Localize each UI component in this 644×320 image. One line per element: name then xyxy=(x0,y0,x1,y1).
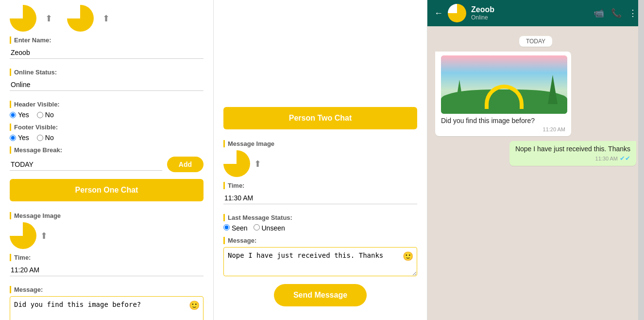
wa-phone-icon[interactable]: 📞 xyxy=(611,8,622,18)
header-no-text: No xyxy=(45,111,54,119)
msg-image-upload-icon-left[interactable]: ⬆ xyxy=(40,231,48,241)
middle-panel: Person Two Chat Message Image ⬆ Time: La… xyxy=(214,0,427,320)
last-msg-status-label: Last Message Status: xyxy=(223,214,417,221)
msg-image-upload-right: ⬆ xyxy=(223,150,417,177)
upload-icon-right[interactable]: ⬆ xyxy=(102,13,110,24)
time-input-right[interactable] xyxy=(223,192,417,204)
wa-date-badge: TODAY xyxy=(519,36,552,47)
seen-radio[interactable] xyxy=(223,224,230,231)
wa-more-icon[interactable]: ⋮ xyxy=(628,8,637,18)
footer-visible-radios: Yes No xyxy=(10,134,203,142)
message-break-label: Message Break: xyxy=(10,146,203,154)
scroll-indicator[interactable] xyxy=(638,0,644,320)
left-panel: ⬆ ⬆ Enter Name: Online Status: Header Vi… xyxy=(0,0,214,320)
footer-no-radio[interactable] xyxy=(37,135,43,141)
wa-received-message: Did you find this image before? 11:20 AM xyxy=(435,52,636,136)
break-row: Add xyxy=(10,157,203,172)
tree-right xyxy=(548,75,558,104)
avatar-left xyxy=(10,5,36,32)
wa-image-scene xyxy=(441,55,567,114)
footer-no-text: No xyxy=(45,134,54,142)
header-yes-radio[interactable] xyxy=(10,112,16,118)
footer-visible-label: Footer Visible: xyxy=(10,124,203,131)
seen-text: Seen xyxy=(232,224,248,232)
unseen-radio[interactable] xyxy=(254,224,260,231)
wa-sent-message: Nope I have just received this. Thanks 1… xyxy=(435,141,636,166)
name-input[interactable] xyxy=(10,47,203,59)
wa-header: ← Zeoob Online 📹 📞 ⋮ xyxy=(427,0,644,26)
tree-left xyxy=(456,80,463,104)
footer-yes-text: Yes xyxy=(18,134,29,142)
message-area-wrap-left: Did you find this image before? 🙂 xyxy=(10,296,203,320)
wa-sent-bubble: Nope I have just received this. Thanks 1… xyxy=(509,141,636,166)
message-label-right: Message: xyxy=(223,237,417,244)
msg-image-label-left: Message Image xyxy=(10,212,203,219)
online-status-input[interactable] xyxy=(10,79,203,91)
upload-icon-left[interactable]: ⬆ xyxy=(45,13,52,24)
header-no-label[interactable]: No xyxy=(37,111,54,119)
wa-sent-time-row: 11:30 AM ✔✔ xyxy=(515,155,630,162)
wa-received-text: Did you find this image before? xyxy=(441,117,565,124)
wa-name-wrap: Zeoob Online xyxy=(471,5,589,21)
wa-video-icon[interactable]: 📹 xyxy=(593,8,604,18)
header-yes-label[interactable]: Yes xyxy=(10,111,29,119)
seen-label[interactable]: Seen xyxy=(223,224,248,232)
person-one-chat-button[interactable]: Person One Chat xyxy=(10,179,203,201)
person-two-chat-button[interactable]: Person Two Chat xyxy=(223,107,417,129)
msg-image-label-right: Message Image xyxy=(223,140,417,147)
add-button[interactable]: Add xyxy=(167,157,203,172)
wa-back-button[interactable]: ← xyxy=(434,8,443,18)
whatsapp-panel: ← Zeoob Online 📹 📞 ⋮ TODAY xyxy=(427,0,644,320)
double-check-icon: ✔✔ xyxy=(620,155,630,162)
arch-decoration xyxy=(485,85,524,109)
wa-msg-image xyxy=(441,55,567,114)
wa-header-icons: 📹 📞 ⋮ xyxy=(593,8,637,18)
time-label-right: Time: xyxy=(223,182,417,189)
wa-contact-status: Online xyxy=(471,14,589,21)
status-row: Seen Unseen xyxy=(223,224,417,232)
wa-received-bubble: Did you find this image before? 11:20 AM xyxy=(435,52,571,136)
time-input-left[interactable] xyxy=(10,264,203,276)
footer-yes-radio[interactable] xyxy=(10,135,16,141)
msg-image-upload-icon-right[interactable]: ⬆ xyxy=(254,159,261,169)
msg-image-upload-left: ⬆ xyxy=(10,222,203,249)
wa-avatar xyxy=(448,4,466,22)
top-avatars: ⬆ ⬆ xyxy=(10,5,203,32)
footer-yes-label[interactable]: Yes xyxy=(10,134,29,142)
wa-received-time: 11:20 AM xyxy=(441,126,565,132)
message-label-left: Message: xyxy=(10,286,203,293)
send-button-right[interactable]: Send Message xyxy=(274,284,367,306)
avatar-right xyxy=(67,5,94,32)
wa-sent-text: Nope I have just received this. Thanks xyxy=(515,145,630,153)
header-yes-text: Yes xyxy=(18,111,29,119)
header-visible-radios: Yes No xyxy=(10,111,203,119)
message-area-wrap-right: Nope I have just received this. Thanks 🙂 xyxy=(223,247,417,278)
message-textarea-left[interactable]: Did you find this image before? xyxy=(10,296,203,320)
message-textarea-right[interactable]: Nope I have just received this. Thanks xyxy=(223,247,417,276)
online-status-label: Online Status: xyxy=(10,69,203,76)
break-input[interactable] xyxy=(10,159,162,171)
wa-contact-name: Zeoob xyxy=(471,5,589,14)
msg-image-avatar-right xyxy=(223,150,250,177)
header-visible-label: Header Visible: xyxy=(10,101,203,108)
time-label-left: Time: xyxy=(10,254,203,261)
header-no-radio[interactable] xyxy=(37,112,43,118)
emoji-icon-right[interactable]: 🙂 xyxy=(403,251,413,262)
unseen-text: Unseen xyxy=(261,224,285,232)
wa-date-divider: TODAY xyxy=(435,36,636,47)
footer-no-label[interactable]: No xyxy=(37,134,54,142)
unseen-label[interactable]: Unseen xyxy=(254,224,285,232)
msg-image-avatar-left xyxy=(10,222,36,249)
emoji-icon-left[interactable]: 🙂 xyxy=(189,300,200,311)
wa-sent-time: 11:30 AM xyxy=(595,156,618,161)
enter-name-label: Enter Name: xyxy=(10,36,203,44)
wa-chat-body: TODAY Did you find this image before? 11… xyxy=(427,26,644,320)
